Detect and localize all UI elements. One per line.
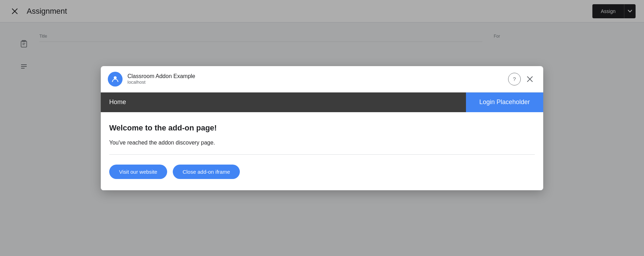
modal-body: Welcome to the add-on page! You've reach… (101, 112, 543, 190)
help-button[interactable]: ? (508, 73, 521, 85)
addon-modal: Classroom Addon Example localhost ? Home (101, 66, 543, 190)
modal-navbar: Home Login Placeholder (101, 92, 543, 112)
nav-login-item[interactable]: Login Placeholder (466, 92, 543, 112)
close-addon-iframe-button[interactable]: Close add-on iframe (173, 165, 240, 179)
app-icon (108, 72, 123, 87)
modal-actions: Visit our website Close add-on iframe (109, 165, 535, 179)
modal-divider (109, 154, 535, 155)
welcome-description: You've reached the addon discovery page. (109, 140, 535, 146)
modal-overlay: Classroom Addon Example localhost ? Home (0, 0, 644, 256)
modal-app-host: localhost (127, 79, 195, 85)
modal-header-right: ? (508, 73, 536, 85)
modal-close-button[interactable] (524, 73, 536, 85)
modal-app-name: Classroom Addon Example (127, 73, 195, 79)
modal-header: Classroom Addon Example localhost ? (101, 66, 543, 92)
modal-header-left: Classroom Addon Example localhost (108, 72, 195, 87)
nav-home-label: Home (109, 98, 126, 106)
welcome-title: Welcome to the add-on page! (109, 123, 535, 133)
nav-login-label: Login Placeholder (479, 98, 530, 106)
nav-home-item[interactable]: Home (101, 92, 466, 112)
svg-point-10 (114, 76, 117, 79)
visit-website-button[interactable]: Visit our website (109, 165, 167, 179)
modal-app-info: Classroom Addon Example localhost (127, 73, 195, 85)
